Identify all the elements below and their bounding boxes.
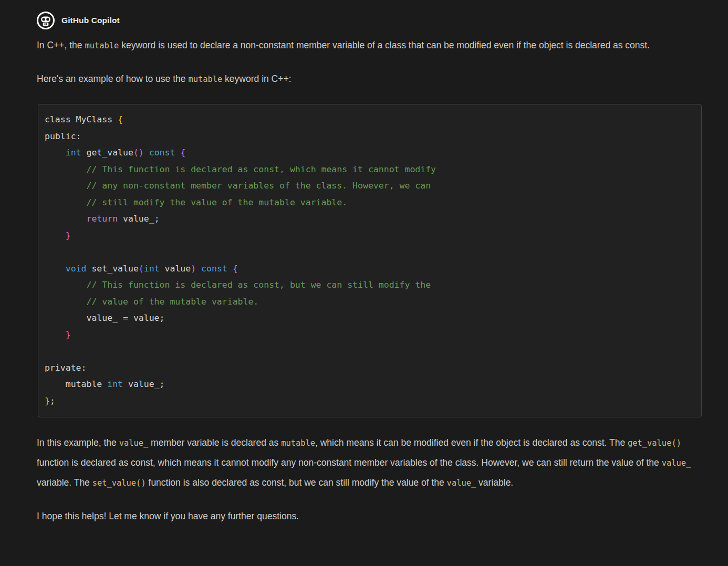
paragraph-example: Here's an example of how to use the muta… [37, 69, 702, 89]
inline-code: get_value() [628, 438, 681, 448]
code-line: public: [45, 128, 695, 145]
copilot-chat-message: GitHub Copilot In C++, the mutable keywo… [0, 0, 728, 526]
code-line: void set_value(int value) const { [45, 260, 695, 277]
paragraph-closing: I hope this helps! Let me know if you ha… [37, 507, 702, 526]
inline-code: value_ [119, 438, 149, 448]
inline-code: set_value() [92, 478, 146, 488]
code-line: value_ = value; [45, 310, 695, 327]
code-line: mutable int value_; [45, 376, 695, 393]
code-line [45, 244, 695, 260]
code-line [45, 343, 695, 360]
inline-code: value_ [447, 478, 476, 488]
code-line: } [45, 327, 695, 343]
text-run: I hope this helps! Let me know if you ha… [37, 511, 299, 521]
code-line: int get_value() const { [45, 144, 695, 161]
code-content: class MyClass {public: int get_value() c… [45, 111, 695, 409]
code-line: // This function is declared as const, w… [45, 161, 695, 178]
inline-code: value_ [662, 458, 691, 468]
inline-code: mutable [281, 438, 315, 448]
text-run: variable. The [37, 477, 92, 488]
code-line: return value_; [45, 211, 695, 227]
code-line: // still modify the value of the mutable… [45, 194, 695, 211]
text-run: function is declared as const, which mea… [37, 457, 662, 468]
code-line: // This function is declared as const, b… [45, 277, 695, 294]
text-run: member variable is declared as [148, 437, 281, 448]
text-run: Here's an example of how to use the [37, 74, 188, 84]
code-line: // any non-constant member variables of … [45, 177, 695, 194]
text-run: In C++, the [37, 40, 85, 50]
text-run: function is also declared as const, but … [146, 477, 447, 488]
text-run: , which means it can be modified even if… [315, 437, 628, 448]
paragraph-intro: In C++, the mutable keyword is used to d… [37, 36, 702, 56]
text-run: keyword in C++: [222, 74, 291, 84]
copilot-icon [37, 12, 55, 29]
sender-name: GitHub Copilot [61, 16, 120, 25]
text-run: keyword is used to declare a non-constan… [119, 40, 650, 50]
code-line: }; [45, 393, 695, 410]
code-line: // value of the mutable variable. [45, 294, 695, 310]
text-run: variable. [476, 477, 513, 488]
inline-code: mutable [188, 75, 222, 84]
code-line: } [45, 227, 695, 244]
message-header: GitHub Copilot [37, 11, 702, 30]
inline-code: mutable [85, 41, 119, 50]
code-line: private: [45, 360, 695, 376]
paragraph-explanation: In this example, the value_ member varia… [37, 433, 702, 493]
code-block: class MyClass {public: int get_value() c… [38, 104, 702, 417]
code-line: class MyClass { [45, 111, 695, 128]
text-run: In this example, the [37, 437, 119, 448]
